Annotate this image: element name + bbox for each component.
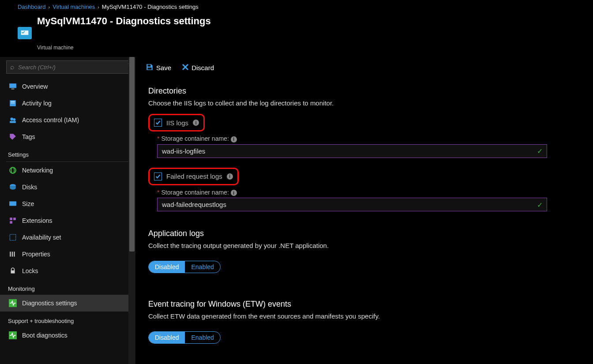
- availability-icon: [9, 233, 17, 241]
- sidebar-item-label: Properties: [22, 251, 50, 258]
- sidebar-item-locks[interactable]: Locks: [0, 263, 135, 279]
- extensions-icon: [9, 217, 17, 225]
- save-icon: [146, 63, 154, 72]
- properties-icon: [9, 250, 17, 258]
- sidebar-item-boot-diag[interactable]: Boot diagnostics: [0, 327, 135, 344]
- sidebar-item-properties[interactable]: Properties: [0, 246, 135, 263]
- section-applogs-desc: Collect the tracing output generated by …: [148, 242, 547, 249]
- svg-rect-1: [9, 83, 16, 88]
- svg-rect-24: [148, 68, 152, 70]
- breadcrumb-vms[interactable]: Virtual machines: [53, 4, 95, 10]
- page-header: MySqlVM11470 - Diagnostics settings Virt…: [0, 14, 593, 57]
- failed-storage-label: *Storage container name: i: [157, 189, 547, 196]
- sidebar-item-label: Networking: [22, 167, 53, 174]
- valid-check-icon: ✓: [537, 200, 543, 209]
- svg-rect-23: [148, 64, 151, 67]
- page-title: MySqlVM11470 - Diagnostics settings: [37, 15, 211, 45]
- svg-rect-12: [9, 201, 16, 206]
- breadcrumb-current: MySqlVM11470 - Diagnostics settings: [102, 4, 199, 10]
- svg-rect-19: [14, 251, 15, 256]
- failed-logs-label: Failed request logs: [166, 173, 222, 180]
- sidebar-section-support: Support + troubleshooting: [0, 311, 135, 327]
- chevron-right-icon: ›: [98, 4, 99, 10]
- svg-point-9: [10, 167, 16, 173]
- sidebar-item-label: Availability set: [22, 234, 61, 241]
- iis-logs-checkbox[interactable]: [154, 119, 162, 127]
- sidebar-item-label: Tags: [22, 133, 35, 140]
- info-icon[interactable]: i: [231, 190, 237, 196]
- discard-button[interactable]: Discard: [182, 64, 214, 72]
- sidebar-item-availability[interactable]: Availability set: [0, 229, 135, 246]
- svg-rect-18: [12, 251, 13, 256]
- breadcrumb: Dashboard › Virtual machines › MySqlVM11…: [0, 0, 593, 14]
- failed-storage-input[interactable]: [157, 198, 547, 211]
- info-icon[interactable]: i: [231, 136, 237, 143]
- page-subtitle: Virtual machine: [37, 45, 211, 51]
- svg-rect-16: [10, 234, 16, 240]
- vm-icon: [18, 27, 32, 39]
- sidebar-item-disks[interactable]: Disks: [0, 179, 135, 195]
- section-applogs-title: Application logs: [148, 229, 547, 238]
- svg-rect-14: [13, 218, 16, 220]
- sidebar-item-diagnostics[interactable]: Diagnostics settings: [0, 295, 135, 311]
- sidebar-item-networking[interactable]: Networking: [0, 162, 135, 179]
- section-etw-title: Event tracing for Windows (ETW) events: [148, 300, 547, 309]
- svg-rect-13: [10, 218, 12, 220]
- size-icon: [9, 200, 17, 208]
- sidebar-item-activity-log[interactable]: Activity log: [0, 95, 135, 112]
- people-icon: [9, 116, 17, 124]
- search-icon: ⌕: [10, 63, 15, 71]
- section-directories-title: Directories: [148, 86, 547, 96]
- sidebar-item-tags[interactable]: Tags: [0, 128, 135, 145]
- etw-toggle: Disabled Enabled: [148, 331, 221, 344]
- applogs-enabled-option[interactable]: Enabled: [185, 261, 220, 273]
- applogs-toggle: Disabled Enabled: [148, 261, 221, 273]
- sidebar-section-monitoring: Monitoring: [0, 279, 135, 295]
- tag-icon: [9, 133, 17, 141]
- applogs-disabled-option[interactable]: Disabled: [149, 261, 185, 273]
- sidebar-item-label: Overview: [22, 83, 48, 90]
- sidebar-item-label: Boot diagnostics: [22, 332, 68, 339]
- svg-point-6: [10, 117, 13, 120]
- sidebar-item-label: Extensions: [22, 217, 52, 224]
- sidebar-section-settings: Settings: [6, 145, 129, 162]
- section-directories-desc: Choose the IIS logs to collect and the l…: [148, 99, 547, 107]
- toolbar: Save Discard: [136, 57, 593, 79]
- svg-point-10: [11, 167, 15, 173]
- iis-storage-input[interactable]: [157, 144, 547, 158]
- svg-rect-8: [10, 121, 16, 123]
- info-icon[interactable]: i: [193, 120, 199, 126]
- boot-icon: [9, 331, 17, 339]
- sidebar: « ⌕ Overview Activity log Access control…: [0, 57, 136, 364]
- failed-logs-row: Failed request logs i: [148, 168, 239, 185]
- sidebar-item-label: Access control (IAM): [22, 116, 79, 124]
- lock-icon: [9, 267, 17, 275]
- svg-rect-2: [11, 89, 15, 90]
- svg-rect-17: [10, 251, 11, 256]
- diagnostics-icon: [9, 299, 17, 307]
- disk-icon: [9, 183, 17, 191]
- section-etw-desc: Collect ETW data generated from the even…: [148, 312, 547, 320]
- sidebar-item-iam[interactable]: Access control (IAM): [0, 112, 135, 128]
- iis-logs-row: IIS logs i: [148, 114, 205, 131]
- network-icon: [9, 166, 17, 174]
- sidebar-scrollbar[interactable]: [128, 57, 135, 364]
- sidebar-item-label: Disks: [22, 184, 37, 191]
- etw-disabled-option[interactable]: Disabled: [149, 332, 185, 343]
- etw-enabled-option[interactable]: Enabled: [185, 332, 220, 343]
- svg-rect-15: [10, 221, 12, 224]
- sidebar-item-label: Diagnostics settings: [22, 300, 77, 307]
- valid-check-icon: ✓: [537, 147, 543, 155]
- monitor-icon: [9, 83, 17, 90]
- save-button[interactable]: Save: [146, 63, 171, 72]
- sidebar-item-extensions[interactable]: Extensions: [0, 212, 135, 229]
- info-icon[interactable]: i: [227, 173, 233, 180]
- sidebar-item-size[interactable]: Size: [0, 195, 135, 212]
- search-input[interactable]: [18, 64, 125, 71]
- breadcrumb-dashboard[interactable]: Dashboard: [18, 4, 46, 10]
- save-label: Save: [156, 64, 171, 71]
- failed-logs-checkbox[interactable]: [154, 173, 162, 180]
- discard-icon: [182, 64, 189, 72]
- sidebar-search[interactable]: ⌕: [6, 60, 129, 74]
- sidebar-item-overview[interactable]: Overview: [0, 78, 135, 95]
